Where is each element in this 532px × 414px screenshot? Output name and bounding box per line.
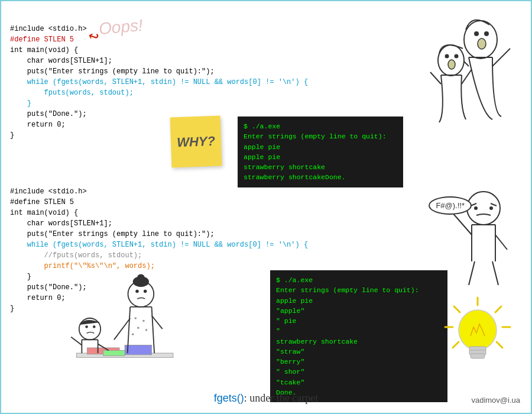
svg-line-6 [492,48,510,66]
sticky-note-why: WHY? [170,116,222,168]
svg-point-8 [445,54,449,59]
svg-point-30 [85,325,88,328]
svg-line-33 [71,337,82,345]
svg-point-44 [145,329,148,331]
svg-rect-28 [103,351,125,356]
lightbulb-icon [442,295,513,366]
svg-line-54 [497,342,502,348]
svg-point-10 [448,60,455,69]
svg-point-37 [144,290,147,293]
svg-line-22 [495,235,507,250]
oops-label: Oops! [98,16,144,38]
svg-point-39 [137,274,145,282]
cartoon-teacher-student [60,259,179,377]
svg-rect-27 [125,345,151,354]
svg-point-17 [474,206,478,210]
footer-title: fgets(): under the carpet [214,392,318,405]
svg-line-51 [495,306,501,312]
svg-point-36 [135,290,138,293]
svg-point-45 [132,333,134,335]
terminal-bottom: $ ./a.exe Enter strings (empty line to q… [270,270,447,402]
svg-line-46 [114,318,130,339]
svg-point-3 [478,38,486,49]
svg-line-12 [430,72,441,84]
svg-point-43 [137,327,140,329]
svg-line-24 [492,261,498,285]
svg-point-1 [474,31,479,36]
svg-line-49 [454,306,460,312]
svg-point-9 [455,54,459,59]
svg-point-41 [134,317,137,319]
swear-bubble: F#@).!!* [429,196,472,215]
svg-point-31 [93,325,96,328]
svg-point-42 [142,320,145,322]
svg-line-13 [462,69,472,84]
footer-email: vadimov@i.ua [471,396,520,405]
svg-rect-58 [471,354,485,358]
svg-point-2 [484,31,489,36]
cartoon-surprised [424,7,519,125]
svg-point-18 [489,206,493,210]
svg-point-14 [467,192,500,225]
svg-line-53 [453,342,459,348]
svg-line-23 [469,261,475,285]
